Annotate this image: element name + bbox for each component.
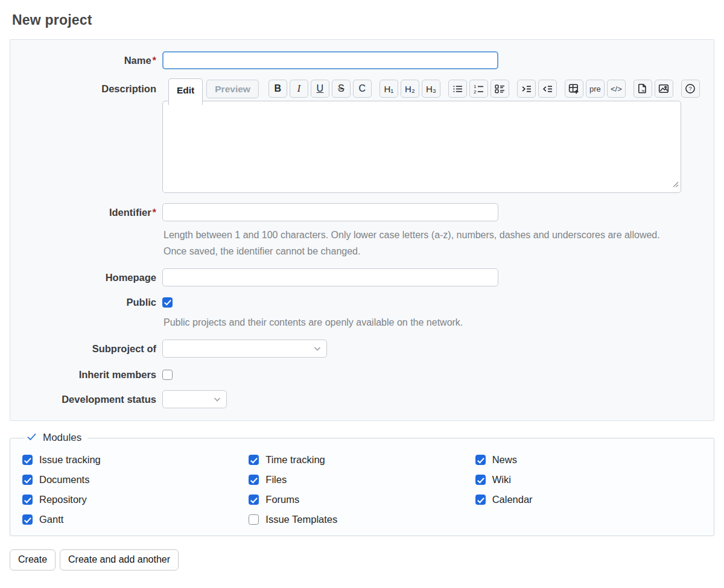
toggle-all-check-icon[interactable]: [27, 432, 36, 444]
checkbox[interactable]: [22, 495, 33, 505]
subproject-label: Subproject of: [10, 340, 162, 358]
inherit-members-label: Inherit members: [10, 368, 162, 381]
module-label: Documents: [39, 474, 89, 485]
unordered-list-icon: [453, 84, 463, 94]
module-item[interactable]: News: [475, 454, 702, 466]
checkbox[interactable]: [249, 514, 259, 525]
subproject-select[interactable]: [162, 340, 327, 358]
required-marker: *: [153, 55, 156, 66]
homepage-row: Homepage: [10, 268, 714, 286]
editor-toolbar: Edit Preview B I U S C H₁ H₂ H₃ 12: [162, 78, 681, 101]
identifier-help: Length between 1 and 100 characters. Onl…: [164, 227, 660, 259]
outdent-button[interactable]: [538, 80, 557, 98]
definition-list-button[interactable]: [491, 80, 509, 98]
homepage-label: Homepage: [10, 268, 162, 286]
modules-title: Modules: [43, 432, 81, 444]
module-label: Calendar: [492, 494, 533, 505]
description-row: Description Edit Preview B I U S C H₁ H₂…: [10, 78, 714, 193]
module-label: Gantt: [39, 514, 63, 525]
identifier-label: Identifier*: [10, 203, 162, 221]
tab-edit[interactable]: Edit: [168, 78, 203, 105]
name-input[interactable]: [162, 51, 498, 69]
name-row: Name*: [10, 51, 714, 69]
modules-grid: Issue tracking Time tracking News Docume…: [22, 454, 702, 525]
help-icon: ?: [685, 83, 696, 94]
checkbox[interactable]: [249, 495, 259, 505]
indent-icon: [521, 84, 532, 94]
public-checkbox[interactable]: [162, 297, 173, 308]
insert-table-button[interactable]: [565, 80, 583, 98]
inherit-members-row: Inherit members: [10, 368, 714, 381]
italic-button[interactable]: I: [290, 80, 308, 98]
checkbox[interactable]: [22, 455, 33, 465]
module-item[interactable]: Files: [249, 474, 475, 485]
subproject-row: Subproject of: [10, 340, 714, 358]
identifier-row: Identifier* Length between 1 and 100 cha…: [10, 203, 714, 259]
module-item[interactable]: Issue tracking: [22, 454, 249, 466]
module-label: Wiki: [492, 474, 511, 485]
description-textarea-wrap: [162, 101, 681, 193]
public-label: Public: [10, 296, 162, 309]
modules-fieldset: Modules Issue tracking Time tracking New…: [10, 432, 714, 536]
file-link-icon: ∞: [637, 83, 648, 94]
module-item[interactable]: Repository: [22, 494, 249, 505]
module-item[interactable]: Issue Templates: [249, 514, 475, 525]
checkbox[interactable]: [475, 475, 486, 485]
description-label: Description: [10, 78, 162, 99]
inline-code-button[interactable]: C: [353, 80, 372, 98]
preformatted-button[interactable]: pre: [586, 80, 605, 98]
insert-image-button[interactable]: [655, 80, 673, 98]
ordered-list-icon: 12: [474, 84, 484, 94]
module-item[interactable]: Documents: [22, 474, 249, 485]
checkbox[interactable]: [249, 455, 259, 465]
new-project-page: New project Name* Description Edit Previ…: [0, 0, 724, 578]
wiki-editor: Edit Preview B I U S C H₁ H₂ H₃ 12: [162, 78, 681, 193]
checkbox[interactable]: [249, 475, 259, 485]
attach-file-button[interactable]: ∞: [634, 80, 652, 98]
outdent-icon: [542, 84, 553, 94]
development-status-row: Development status: [10, 390, 714, 408]
name-label: Name*: [10, 51, 162, 69]
development-status-select[interactable]: [162, 390, 227, 408]
unordered-list-button[interactable]: [448, 80, 467, 98]
checkbox[interactable]: [475, 495, 486, 505]
code-block-button[interactable]: </>: [607, 80, 626, 98]
svg-text:∞: ∞: [641, 88, 646, 93]
help-button[interactable]: ?: [681, 80, 700, 98]
ordered-list-button[interactable]: 12: [469, 80, 488, 98]
table-plus-icon: [568, 83, 579, 94]
module-label: Issue Templates: [265, 514, 337, 525]
create-button[interactable]: Create: [10, 549, 56, 571]
image-icon: [658, 83, 669, 94]
create-and-add-another-button[interactable]: Create and add another: [60, 549, 179, 571]
module-item[interactable]: Calendar: [475, 494, 702, 505]
heading3-button[interactable]: H₃: [422, 80, 440, 98]
required-marker: *: [153, 207, 156, 218]
checkbox[interactable]: [22, 475, 33, 485]
module-item[interactable]: Forums: [249, 494, 475, 505]
chevron-down-icon: [214, 394, 221, 405]
strikethrough-button[interactable]: S: [332, 80, 351, 98]
indent-button[interactable]: [517, 80, 536, 98]
tab-preview[interactable]: Preview: [206, 80, 259, 98]
heading2-button[interactable]: H₂: [401, 80, 419, 98]
module-item[interactable]: Gantt: [22, 514, 249, 525]
module-item[interactable]: Time tracking: [249, 454, 475, 466]
bold-button[interactable]: B: [268, 80, 287, 98]
homepage-input[interactable]: [162, 268, 498, 286]
chevron-down-icon: [314, 343, 321, 354]
identifier-input[interactable]: [162, 203, 498, 221]
module-label: News: [492, 454, 517, 466]
underline-button[interactable]: U: [311, 80, 329, 98]
heading1-button[interactable]: H₁: [379, 80, 398, 98]
module-label: Forums: [265, 494, 299, 505]
checkbox[interactable]: [475, 455, 486, 465]
module-label: Time tracking: [265, 454, 325, 466]
checkbox[interactable]: [22, 514, 33, 525]
svg-text:?: ?: [689, 85, 692, 92]
module-label: Files: [265, 474, 287, 485]
description-textarea[interactable]: [162, 101, 681, 193]
inherit-members-checkbox[interactable]: [162, 370, 173, 380]
module-item[interactable]: Wiki: [475, 474, 702, 485]
module-label: Repository: [39, 494, 87, 505]
